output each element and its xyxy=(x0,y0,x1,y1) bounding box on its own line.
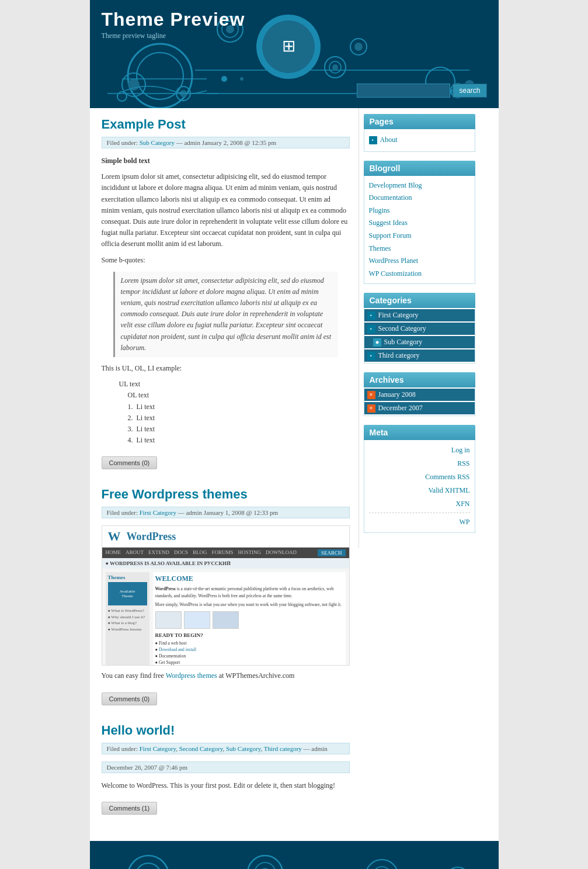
blogroll-link[interactable]: Plugins xyxy=(369,205,470,217)
comments-btn-hello[interactable]: Comments (1) xyxy=(102,802,158,815)
svg-point-5 xyxy=(117,92,127,101)
svg-point-6 xyxy=(176,86,190,101)
svg-point-3 xyxy=(122,73,145,96)
svg-point-2 xyxy=(137,53,183,99)
post-title-themes: Free Wordpress themes xyxy=(102,487,350,502)
widget-pages-content: ▪ About xyxy=(364,129,475,152)
post-title-example: Example Post xyxy=(102,117,350,132)
cat-icon-first: ▪ xyxy=(367,311,375,320)
meta-link-wp[interactable]: WP xyxy=(369,515,470,529)
site-tagline: Theme preview tagline xyxy=(102,32,487,40)
comments-btn-themes[interactable]: Comments (0) xyxy=(102,693,158,705)
archive-icon-dec: ✕ xyxy=(367,404,375,413)
cat-item-second[interactable]: ▪ Second Category xyxy=(364,323,475,335)
post-meta-themes: Filed under: First Category — admin Janu… xyxy=(102,507,350,518)
widget-archives: Archives ✕ January 2008 ✕ December 2007 xyxy=(364,372,475,416)
post-title-hello: Hello world! xyxy=(102,723,350,738)
cat-icon-sub: ◆ xyxy=(373,338,381,347)
svg-point-7 xyxy=(180,90,187,97)
footer-decoration xyxy=(90,841,499,869)
widget-categories-content: ▪ First Category ▪ Second Category ◆ Sub… xyxy=(364,309,475,363)
post-body-themes: You can easy find free Wordpress themes … xyxy=(102,670,350,681)
meta-link-rss[interactable]: RSS xyxy=(369,457,470,470)
blogroll-link[interactable]: WordPress Planet xyxy=(369,255,470,268)
widget-categories: Categories ▪ First Category ▪ Second Cat… xyxy=(364,293,475,363)
cat-icon-second: ▪ xyxy=(367,325,375,333)
blogroll-link[interactable]: Documentation xyxy=(369,192,470,205)
post-body-hello: Welcome to WordPress. This is your first… xyxy=(102,780,350,791)
page-icon: ▪ xyxy=(369,136,377,144)
post-meta-hello: Filed under: First Category, Second Cate… xyxy=(102,743,350,754)
post-meta-example: Filed under: Sub Category — admin Januar… xyxy=(102,137,350,148)
meta-link-comments-rss[interactable]: Comments RSS xyxy=(369,470,470,484)
search-input[interactable] xyxy=(357,84,450,98)
post-content-example: Simple bold text Lorem ipsum dolor sit a… xyxy=(102,155,350,446)
meta-link-login[interactable]: Log in xyxy=(369,444,470,457)
svg-point-1 xyxy=(128,44,192,108)
widget-pages: Pages ▪ About xyxy=(364,114,475,152)
svg-point-23 xyxy=(332,64,338,70)
archive-icon-jan: ✕ xyxy=(367,391,375,399)
svg-point-21 xyxy=(325,57,346,78)
archive-item-dec[interactable]: ✕ December 2007 xyxy=(364,402,475,414)
meta-link-xhtml[interactable]: Valid XHTML xyxy=(369,484,470,497)
svg-point-13 xyxy=(221,76,227,82)
post-example: Example Post Filed under: Sub Category —… xyxy=(102,117,350,469)
widget-archives-title: Archives xyxy=(364,372,475,387)
search-button[interactable]: search xyxy=(453,84,486,98)
cat-item-first[interactable]: ▪ First Category xyxy=(364,309,475,321)
widget-meta-title: Meta xyxy=(364,425,475,440)
svg-point-22 xyxy=(329,61,341,73)
meta-link-xfn[interactable]: XFN xyxy=(369,497,470,511)
svg-point-4 xyxy=(128,79,140,91)
blogroll-link[interactable]: Themes xyxy=(369,243,470,255)
cat-icon-third: ▪ xyxy=(367,352,375,360)
widget-meta: Meta Log in RSS Comments RSS Valid XHTML… xyxy=(364,425,475,533)
blogroll-link[interactable]: Suggest Ideas xyxy=(369,217,470,230)
archive-item-jan[interactable]: ✕ January 2008 xyxy=(364,389,475,401)
widget-pages-title: Pages xyxy=(364,114,475,129)
widget-blogroll-content: Development Blog Documentation Plugins S… xyxy=(364,176,475,285)
post-wordpress-themes: Free Wordpress themes Filed under: First… xyxy=(102,487,350,705)
blogroll-link[interactable]: Support Forum xyxy=(369,230,470,243)
wordpress-screenshot: W WordPress HOMEABOUTEXTENDDOCSBLOGFORUM… xyxy=(102,525,350,666)
post-date-hello: December 26, 2007 @ 7:46 pm xyxy=(102,761,350,773)
widget-categories-title: Categories xyxy=(364,293,475,308)
pages-item-about[interactable]: ▪ About xyxy=(369,133,470,148)
post-hello-world: Hello world! Filed under: First Category… xyxy=(102,723,350,815)
site-title: Theme Preview xyxy=(102,9,487,30)
cat-item-third[interactable]: ▪ Third category xyxy=(364,349,475,362)
svg-point-14 xyxy=(240,77,243,81)
widget-blogroll: Blogroll Development Blog Documentation … xyxy=(364,161,475,285)
widget-blogroll-title: Blogroll xyxy=(364,161,475,176)
widget-meta-content: Log in RSS Comments RSS Valid XHTML XFN … xyxy=(364,440,475,533)
widget-archives-content: ✕ January 2008 ✕ December 2007 xyxy=(364,389,475,416)
comments-btn-example[interactable]: Comments (0) xyxy=(102,456,158,469)
blogroll-link[interactable]: WP Customization xyxy=(369,268,470,281)
cat-item-sub[interactable]: ◆ Sub Category xyxy=(364,336,475,348)
blogroll-link[interactable]: Development Blog xyxy=(369,179,470,192)
